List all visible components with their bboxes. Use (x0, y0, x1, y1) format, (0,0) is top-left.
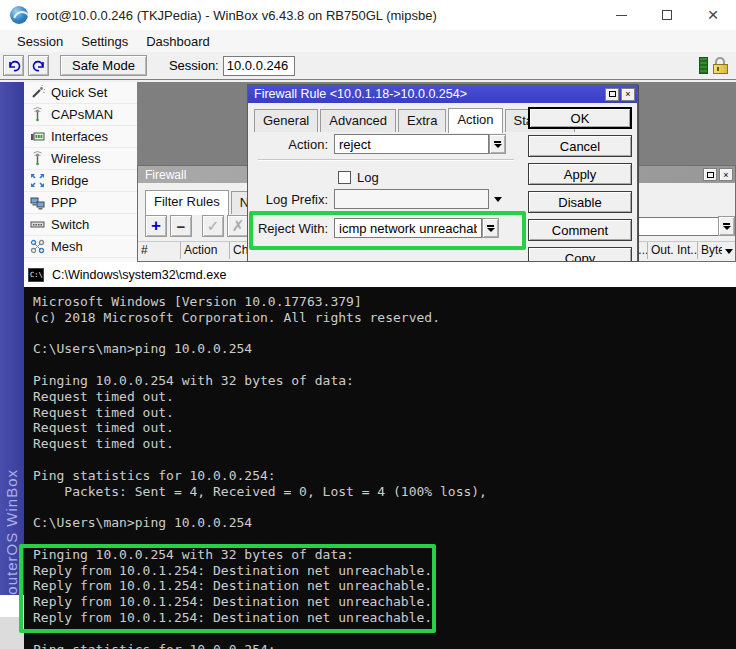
maximize-icon (662, 10, 672, 20)
tab-action[interactable]: Action (448, 108, 502, 133)
enable-rule-button[interactable]: ✓ (202, 215, 224, 237)
menu-session[interactable]: Session (8, 32, 72, 51)
terminal-output[interactable]: Microsoft Windows [Version 10.0.17763.37… (24, 287, 736, 649)
add-rule-button[interactable]: + (145, 215, 167, 237)
computers-icon (30, 195, 45, 210)
cmd-icon: C:\ (28, 268, 44, 282)
firewall-maximize-button[interactable] (703, 168, 717, 181)
terminal-line (33, 626, 736, 642)
dialog-maximize-button[interactable] (605, 88, 619, 101)
action-dropdown-button[interactable] (489, 134, 506, 154)
column-header-bytes[interactable]: Byte (698, 242, 722, 259)
sidebar-item-label: Switch (51, 217, 89, 232)
minimize-button[interactable] (598, 0, 644, 30)
firewall-title: Firewall (145, 168, 186, 182)
dialog-close-button[interactable]: × (621, 88, 635, 101)
combo-bar-icon (723, 223, 730, 225)
menu-settings[interactable]: Settings (72, 32, 137, 51)
remove-rule-button[interactable]: − (170, 215, 192, 237)
sidebar-item-label: Wireless (51, 151, 101, 166)
antenna-icon (30, 107, 45, 122)
sort-dropdown-button[interactable] (722, 242, 735, 259)
chain-filter-dropdown-button[interactable] (718, 216, 735, 236)
log-prefix-label: Log Prefix: (248, 192, 328, 207)
disable-button[interactable]: Disable (528, 191, 632, 213)
firewall-close-button[interactable]: × (719, 168, 733, 181)
terminal-line: Request timed out. (33, 420, 736, 436)
window-title: root@10.0.0.246 (TKJPedia) - WinBox v6.4… (36, 8, 437, 23)
sidebar-item-wireless[interactable]: Wireless (24, 148, 137, 170)
safe-mode-button[interactable]: Safe Mode (60, 55, 147, 76)
sidebar-item-capsman[interactable]: CAPsMAN (24, 104, 137, 126)
minimize-icon (616, 15, 627, 16)
column-header-out-interface[interactable]: Out. Int... (648, 242, 698, 259)
wand-icon (30, 85, 45, 100)
disable-rule-button[interactable]: ✗ (227, 215, 249, 237)
chevron-down-icon (487, 228, 495, 232)
strip-bottom-gray (0, 617, 24, 649)
tab-advanced[interactable]: Advanced (320, 109, 396, 132)
session-input[interactable] (223, 56, 295, 76)
mesh-nodes-icon (30, 239, 45, 254)
log-checkbox[interactable] (338, 171, 351, 184)
sidebar-item-bridge[interactable]: Bridge (24, 170, 137, 192)
sidebar-item-label: PPP (51, 195, 77, 210)
firewall-rule-dialog: Firewall Rule <10.0.1.18->10.0.0.254> × … (247, 84, 638, 262)
terminal-line: Packets: Sent = 4, Received = 0, Lost = … (33, 484, 736, 500)
column-header-action[interactable]: Action (181, 242, 230, 259)
close-icon: × (625, 89, 630, 99)
ok-button[interactable]: OK (528, 107, 632, 129)
sidebar-item-ppp[interactable]: PPP (24, 192, 137, 214)
reject-with-dropdown-button[interactable] (482, 218, 499, 238)
bridge-arrows-icon (30, 173, 45, 188)
close-button[interactable]: × (690, 0, 736, 30)
dialog-button-column: OK Cancel Apply Disable Comment Copy (528, 107, 632, 262)
sidebar-item-switch[interactable]: Switch (24, 214, 137, 236)
traffic-indicator-icon (699, 57, 708, 74)
undo-button[interactable] (3, 55, 24, 76)
column-header-number[interactable]: # (138, 242, 181, 259)
sidebar-item-label: Bridge (51, 173, 89, 188)
maximize-button[interactable] (644, 0, 690, 30)
menu-dashboard[interactable]: Dashboard (137, 32, 219, 51)
sidebar-item-label: Quick Set (51, 85, 107, 100)
log-prefix-dropdown-button[interactable] (489, 197, 507, 202)
sidebar-item-label: Mesh (51, 239, 83, 254)
terminal-line: C:\Users\man>ping 10.0.0.254 (33, 515, 736, 531)
terminal-line (33, 452, 736, 468)
chevron-down-icon (723, 226, 731, 230)
tab-filter-rules[interactable]: Filter Rules (145, 190, 229, 215)
tab-general[interactable]: General (254, 109, 318, 132)
sidebar-item-label: CAPsMAN (51, 107, 113, 122)
chevron-down-icon (494, 197, 502, 202)
close-icon: × (723, 170, 728, 180)
reject-with-select[interactable] (334, 218, 482, 238)
redo-button[interactable] (28, 55, 49, 76)
dialog-title: Firewall Rule <10.0.1.18->10.0.0.254> (254, 87, 467, 101)
log-prefix-input[interactable] (334, 189, 489, 209)
copy-button[interactable]: Copy (528, 247, 632, 262)
terminal-line: Pinging 10.0.0.254 with 32 bytes of data… (33, 547, 736, 563)
action-select[interactable] (334, 134, 489, 154)
chevron-down-icon (725, 249, 733, 254)
toolbar: Safe Mode Session: (0, 52, 736, 80)
comment-button[interactable]: Comment (528, 219, 632, 241)
separator (258, 159, 514, 161)
apply-button[interactable]: Apply (528, 163, 632, 185)
terminal-line: Request timed out. (33, 436, 736, 452)
redo-icon (32, 59, 46, 73)
dialog-titlebar: Firewall Rule <10.0.1.18->10.0.0.254> × (248, 85, 637, 103)
terminal-line: Request timed out. (33, 389, 736, 405)
cancel-button[interactable]: Cancel (528, 135, 632, 157)
combo-bar-icon (487, 225, 494, 227)
sidebar-item-mesh[interactable]: Mesh (24, 236, 137, 258)
sidebar-item-interfaces[interactable]: Interfaces (24, 126, 137, 148)
tab-extra[interactable]: Extra (398, 109, 446, 132)
secure-lock-icon (713, 57, 728, 74)
close-icon: × (707, 4, 718, 26)
terminal-line: Ping statistics for 10.0.0.254: (33, 642, 736, 649)
terminal-line: Reply from 10.0.1.254: Destination net u… (33, 594, 736, 610)
sidebar-item-quick-set[interactable]: Quick Set (24, 82, 137, 104)
terminal-line (33, 357, 736, 373)
winbox-logo-icon (10, 6, 28, 24)
